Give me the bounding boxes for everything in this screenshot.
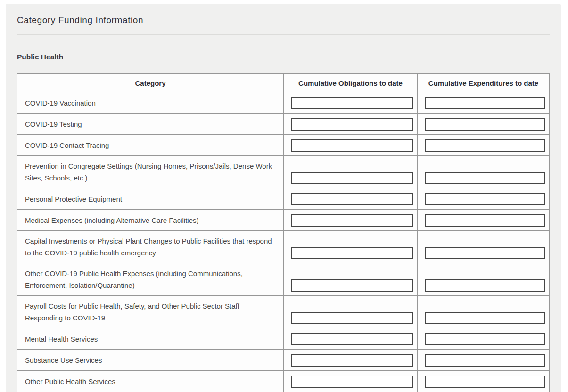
table-body: COVID-19 VaccinationCOVID-19 TestingCOVI… [17,92,550,392]
table-row: Other COVID-19 Public Health Expenses (i… [17,263,550,296]
category-label: Prevention in Congregate Settings (Nursi… [25,162,272,182]
obligations-cell [284,296,418,328]
category-cell: Substance Use Services [17,350,284,371]
obligations-cell [284,92,418,114]
obligations-cell [284,114,418,135]
table-row: Substance Use Services [17,350,550,371]
obligations-input[interactable] [291,247,413,259]
header-row: Category Cumulative Obligations to date … [17,74,550,92]
expenditures-input[interactable] [425,139,545,152]
table-header: Category Cumulative Obligations to date … [17,74,550,92]
expenditures-input[interactable] [425,193,545,205]
obligations-cell [284,371,418,392]
expenditures-cell [418,371,550,392]
category-cell: Mental Health Services [17,328,284,350]
category-cell: COVID-19 Vaccination [17,92,284,114]
table-row: Capital Investments or Physical Plant Ch… [17,231,550,263]
category-label: Medical Expenses (including Alternative … [25,216,199,224]
section-heading-public-health: Public Health [17,52,550,61]
category-cell: Medical Expenses (including Alternative … [17,210,284,231]
obligations-input[interactable] [291,193,413,205]
category-label: Substance Use Services [25,356,102,364]
expenditures-cell [418,210,550,231]
expenditures-input[interactable] [425,247,545,259]
category-cell: Other Public Health Services [17,371,284,392]
column-header-category: Category [17,74,284,92]
category-label: COVID-19 Vaccination [25,99,96,107]
table-row: Medical Expenses (including Alternative … [17,210,550,231]
table-row: Mental Health Services [17,328,550,350]
expenditures-input[interactable] [425,376,545,388]
obligations-input[interactable] [291,312,413,324]
obligations-input[interactable] [291,172,413,184]
category-cell: COVID-19 Contact Tracing [17,135,284,156]
expenditures-cell [418,92,550,114]
category-cell: Capital Investments or Physical Plant Ch… [17,231,284,263]
table-row: Other Public Health Services [17,371,550,392]
obligations-input[interactable] [291,376,413,388]
obligations-input[interactable] [291,139,413,152]
expenditures-cell [418,188,550,210]
expenditures-cell [418,328,550,350]
expenditures-cell [418,156,550,188]
category-cell: Personal Protective Equipment [17,188,284,210]
obligations-cell [284,328,418,350]
obligations-cell [284,188,418,210]
obligations-input[interactable] [291,118,413,131]
category-label: Capital Investments or Physical Plant Ch… [25,237,272,257]
expenditures-input[interactable] [425,279,545,292]
obligations-input[interactable] [291,214,413,227]
category-label: Personal Protective Equipment [25,195,122,203]
expenditures-cell [418,231,550,263]
expenditures-input[interactable] [425,172,545,184]
obligations-cell [284,135,418,156]
table-row: COVID-19 Testing [17,114,550,135]
expenditures-input[interactable] [425,312,545,324]
expenditures-input[interactable] [425,354,545,367]
column-header-obligations: Cumulative Obligations to date [284,74,418,92]
category-funding-card: Category Funding Information Public Heal… [6,4,561,392]
table-row: Personal Protective Equipment [17,188,550,210]
expenditures-cell [418,350,550,371]
expenditures-cell [418,263,550,296]
obligations-cell [284,210,418,231]
category-cell: Payroll Costs for Public Health, Safety,… [17,296,284,328]
expenditures-input[interactable] [425,214,545,227]
expenditures-input[interactable] [425,97,545,109]
obligations-cell [284,156,418,188]
table-row: Prevention in Congregate Settings (Nursi… [17,156,550,188]
category-label: Other Public Health Services [25,377,115,385]
column-header-expenditures: Cumulative Expenditures to date [418,74,550,92]
obligations-input[interactable] [291,279,413,292]
expenditures-input[interactable] [425,333,545,345]
category-cell: Other COVID-19 Public Health Expenses (i… [17,263,284,296]
category-label: COVID-19 Contact Tracing [25,141,109,149]
category-label: Payroll Costs for Public Health, Safety,… [25,302,239,322]
title-divider [17,34,550,35]
category-label: COVID-19 Testing [25,120,82,128]
obligations-input[interactable] [291,97,413,109]
expenditures-cell [418,135,550,156]
category-label: Mental Health Services [25,335,98,343]
table-row: COVID-19 Contact Tracing [17,135,550,156]
obligations-cell [284,263,418,296]
table-row: Payroll Costs for Public Health, Safety,… [17,296,550,328]
obligations-cell [284,350,418,371]
page-title: Category Funding Information [17,4,550,26]
funding-table: Category Cumulative Obligations to date … [17,74,550,392]
table-row: COVID-19 Vaccination [17,92,550,114]
obligations-cell [284,231,418,263]
expenditures-cell [418,296,550,328]
category-cell: Prevention in Congregate Settings (Nursi… [17,156,284,188]
category-cell: COVID-19 Testing [17,114,284,135]
expenditures-input[interactable] [425,118,545,131]
expenditures-cell [418,114,550,135]
category-label: Other COVID-19 Public Health Expenses (i… [25,270,243,289]
obligations-input[interactable] [291,333,413,345]
obligations-input[interactable] [291,354,413,367]
